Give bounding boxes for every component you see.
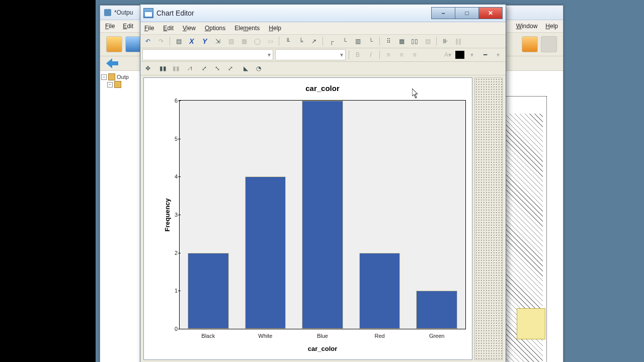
ytick: 0 — [168, 326, 178, 332]
ytick: 6 — [168, 98, 178, 104]
font-size-combo[interactable] — [275, 49, 346, 60]
bar-green[interactable] — [416, 291, 457, 329]
toolbar-button-a[interactable] — [522, 36, 538, 52]
minimize-button[interactable]: – — [431, 7, 455, 19]
scrollbar-gutter[interactable] — [474, 77, 503, 360]
fill-menu-icon[interactable]: ▾ — [466, 49, 477, 60]
toolbar-button-b[interactable] — [541, 36, 557, 52]
output-tree[interactable]: −Outp − — [100, 71, 142, 362]
ytick: 4 — [168, 173, 178, 179]
bar-chart-icon[interactable]: ▮▮ — [157, 63, 169, 74]
menu-view[interactable]: View — [183, 25, 196, 32]
undo-icon[interactable]: ↶ — [142, 36, 153, 47]
scale-icon[interactable]: ‖‖ — [453, 36, 464, 47]
ytick: 1 — [168, 288, 178, 294]
trend-icon[interactable]: ⤢ — [199, 63, 210, 74]
grid-icon[interactable]: └ — [339, 36, 350, 47]
grid-dots-icon[interactable]: ⠿ — [383, 36, 394, 47]
bold-button[interactable]: B — [352, 49, 363, 60]
tool-icon[interactable]: ◯ — [252, 36, 263, 47]
scale-icon[interactable]: ⊪ — [440, 36, 451, 47]
bar-black[interactable] — [188, 253, 229, 329]
line-style-icon[interactable]: ━ — [479, 49, 491, 60]
fill-color-swatch[interactable] — [455, 51, 464, 59]
line-chart-icon[interactable]: ⩘ — [184, 63, 195, 74]
pie-icon[interactable]: ◔ — [253, 63, 264, 74]
menu-edit[interactable]: Edit — [163, 25, 174, 32]
align-left-icon[interactable]: ≡ — [383, 49, 394, 60]
tool-icon[interactable]: ▦ — [238, 36, 250, 47]
y-axis-icon[interactable]: Y — [199, 36, 210, 47]
x-axis-icon[interactable]: X — [186, 36, 197, 47]
save-button[interactable] — [125, 36, 141, 52]
book-icon — [114, 81, 121, 88]
chart-editor-titlebar[interactable]: Chart Editor – □ ✕ — [140, 5, 506, 22]
area-icon[interactable]: ◣ — [240, 63, 251, 74]
menu-file[interactable]: File — [144, 25, 154, 32]
menu-options[interactable]: Options — [205, 25, 225, 32]
chart-editor-window: Chart Editor – □ ✕ File Edit View Option… — [140, 4, 506, 362]
chart-title[interactable]: car_color — [179, 84, 466, 93]
chart-frame: car_color Frequency car_color 0123456Bla… — [143, 77, 472, 360]
properties-icon[interactable]: ▤ — [173, 36, 184, 47]
italic-button[interactable]: I — [365, 49, 376, 60]
grid-icon[interactable]: ┌ — [326, 36, 337, 47]
transpose-icon[interactable]: ⇲ — [212, 36, 223, 47]
tool-icon[interactable]: ▧ — [225, 36, 236, 47]
grid-cells-icon[interactable]: ▤ — [422, 36, 433, 47]
trend2-icon[interactable]: ⤡ — [212, 63, 223, 74]
xcat: Red — [351, 333, 409, 339]
ytick: 2 — [168, 250, 178, 256]
axis-tool-icon[interactable]: ╙ — [282, 36, 293, 47]
bg-yellow-bar — [517, 308, 545, 339]
menu-elements[interactable]: Elements — [234, 25, 260, 32]
chart-editor-toolbar-1: ↶ ↷ ▤ X Y ⇲ ▧ ▦ ◯ ▭ ╙ ╘ ↗ ┌ └ ▥ └ ⠿ ▦ ▯▯… — [140, 35, 506, 48]
x-axis-label[interactable]: car_color — [179, 345, 466, 352]
axis-tool-icon[interactable]: ╘ — [295, 36, 306, 47]
tree-collapse-icon[interactable]: − — [101, 74, 107, 80]
bar-blue[interactable] — [302, 101, 343, 329]
bar-chart2-icon[interactable]: ▮▮ — [171, 63, 182, 74]
menu-help[interactable]: Help — [269, 25, 281, 32]
tree-collapse-icon[interactable]: − — [107, 82, 113, 87]
select-tool-icon[interactable]: ✥ — [142, 63, 153, 74]
menu-help[interactable]: Help — [545, 23, 558, 30]
spss-icon — [104, 9, 111, 16]
book-icon — [108, 73, 115, 80]
chart-editor-title: Chart Editor — [156, 9, 194, 17]
tree-root-label: Outp — [117, 74, 129, 80]
xcat: Green — [408, 333, 465, 339]
plot-area[interactable]: 0123456BlackWhiteBlueRedGreen — [179, 100, 466, 329]
align-center-icon[interactable]: ≡ — [396, 49, 407, 60]
font-family-combo[interactable] — [142, 49, 273, 60]
axis-tool-icon[interactable]: ↗ — [308, 36, 319, 47]
chart[interactable]: car_color Frequency car_color 0123456Bla… — [179, 100, 466, 329]
close-button[interactable]: ✕ — [478, 7, 503, 19]
chart-editor-menubar[interactable]: File Edit View Options Elements Help — [140, 22, 506, 35]
output-title-text: *Outpu — [114, 9, 133, 16]
grid-icon[interactable]: ▥ — [352, 36, 363, 47]
bar-white[interactable] — [245, 176, 286, 329]
grid-mesh-icon[interactable]: ▦ — [396, 36, 407, 47]
xcat: Blue — [294, 333, 351, 339]
redo-icon[interactable]: ↷ — [155, 36, 167, 47]
maximize-button[interactable]: □ — [455, 7, 479, 19]
align-right-icon[interactable]: ≡ — [409, 49, 420, 60]
chart-editor-toolbar-2: B I ≡ ≡ ≡ A▾ ▾ ━ ▾ — [140, 48, 506, 62]
menu-edit[interactable]: Edit — [123, 23, 133, 30]
ytick: 5 — [168, 136, 178, 142]
grid-cols-icon[interactable]: ▯▯ — [409, 36, 420, 47]
chart-canvas[interactable]: car_color Frequency car_color 0123456Bla… — [143, 77, 503, 362]
xcat: White — [237, 333, 294, 339]
bar-red[interactable] — [359, 253, 400, 329]
trend3-icon[interactable]: ⤢ — [225, 63, 236, 74]
open-button[interactable] — [106, 36, 122, 52]
back-arrow-icon[interactable] — [106, 58, 118, 68]
chart-editor-icon — [143, 8, 153, 18]
grid-icon[interactable]: └ — [365, 36, 376, 47]
tool-icon[interactable]: ▭ — [265, 36, 276, 47]
text-color-icon[interactable]: A▾ — [442, 49, 453, 60]
menu-window[interactable]: Window — [516, 23, 538, 30]
line-menu-icon[interactable]: ▾ — [493, 49, 504, 60]
menu-file[interactable]: File — [105, 23, 115, 30]
